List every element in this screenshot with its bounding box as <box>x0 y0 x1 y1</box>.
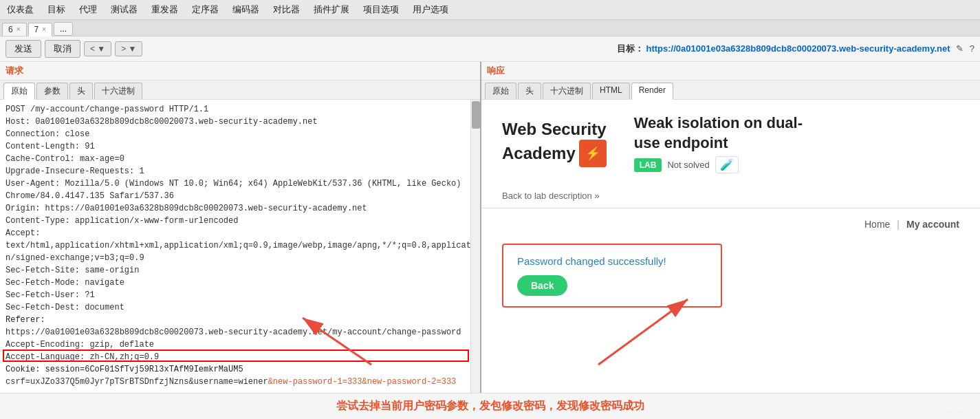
tab-6-close[interactable]: × <box>17 25 21 33</box>
menu-comparer[interactable]: 对比器 <box>266 1 307 18</box>
wsa-logo-text-line1: Web Security <box>502 120 607 140</box>
nav-home-link[interactable]: Home <box>864 219 890 230</box>
menu-dashboard[interactable]: 仪表盘 <box>0 1 41 18</box>
request-panel-header: 请求 <box>0 62 480 80</box>
request-tab-params[interactable]: 参数 <box>36 83 68 99</box>
tab-ellipsis[interactable]: ... <box>54 22 73 36</box>
response-content: Web Security Academy ⚡ Weak isolation on… <box>481 100 980 419</box>
response-panel-header: 响应 <box>481 62 980 80</box>
success-message: Password changed successfully! <box>517 255 707 267</box>
divider <box>481 208 980 208</box>
tab-bar: 6 × 7 × ... <box>0 20 980 36</box>
response-tab-html[interactable]: HTML <box>592 83 630 99</box>
flask-icon: 🧪 <box>715 156 739 173</box>
response-tab-headers[interactable]: 头 <box>518 83 541 99</box>
wsa-lab-title-line1: Weak isolation on dual- <box>634 114 959 133</box>
menu-sequencer[interactable]: 定序器 <box>185 1 226 18</box>
wsa-lab-info: Weak isolation on dual- use endpoint LAB… <box>620 114 959 173</box>
wsa-logo-text-line2: Academy <box>502 144 576 164</box>
main-split: 请求 原始 参数 头 十六进制 POST /my-account/change-… <box>0 62 980 419</box>
lab-badge: LAB <box>634 158 662 172</box>
tab-7-label: 7 <box>34 25 39 34</box>
tab-7-close[interactable]: × <box>42 25 46 33</box>
request-tab-raw[interactable]: 原始 <box>3 83 35 100</box>
request-scrollbar[interactable] <box>470 100 480 419</box>
menu-bar: 仪表盘 目标 代理 测试器 重发器 定序器 编码器 对比器 插件扩展 项目选项 … <box>0 0 980 20</box>
cancel-button[interactable]: 取消 <box>45 40 80 58</box>
wsa-logo-icon: ⚡ <box>579 140 607 167</box>
tab-6-label: 6 <box>8 25 13 34</box>
nav-right-button[interactable]: > ▼ <box>115 41 142 56</box>
menu-tester[interactable]: 测试器 <box>104 1 144 18</box>
back-to-lab[interactable]: Back to lab description » <box>481 187 980 204</box>
menu-target[interactable]: 目标 <box>41 1 72 18</box>
back-button[interactable]: Back <box>517 275 567 296</box>
request-content: POST /my-account/change-password HTTP/1.… <box>0 100 480 419</box>
response-tab-render[interactable]: Render <box>631 83 673 100</box>
wsa-header: Web Security Academy ⚡ Weak isolation on… <box>481 100 980 187</box>
menu-extensions[interactable]: 插件扩展 <box>307 1 356 18</box>
tab-6[interactable]: 6 × <box>2 23 27 36</box>
response-panel: 响应 原始 头 十六进制 HTML Render Web Security <box>481 62 980 419</box>
menu-project-options[interactable]: 项目选项 <box>356 1 406 18</box>
target-url: https://0a01001e03a6328b809dcb8c00020073… <box>646 43 950 54</box>
scrollbar-thumb <box>472 101 480 129</box>
menu-decoder[interactable]: 编码器 <box>226 1 266 18</box>
tab-7[interactable]: 7 × <box>28 23 53 36</box>
wsa-lab-status: LAB Not solved 🧪 <box>634 156 959 173</box>
menu-user-options[interactable]: 用户选项 <box>406 1 455 18</box>
annotation-text: 尝试去掉当前用户密码参数，发包修改密码，发现修改密码成功 <box>336 400 644 411</box>
response-tab-hex[interactable]: 十六进制 <box>543 83 591 99</box>
target-help-icon[interactable]: ? <box>970 43 974 54</box>
wsa-page: Web Security Academy ⚡ Weak isolation on… <box>481 100 980 419</box>
nav-my-account-link[interactable]: My account <box>906 219 959 230</box>
menu-repeater[interactable]: 重发器 <box>144 1 185 18</box>
target-label: 目标： <box>617 43 644 54</box>
request-text[interactable]: POST /my-account/change-password HTTP/1.… <box>0 100 480 419</box>
target-edit-icon[interactable]: ✎ <box>956 43 963 54</box>
send-button[interactable]: 发送 <box>6 40 41 58</box>
target-info: 目标： https://0a01001e03a6328b809dcb8c0002… <box>617 43 974 55</box>
request-tab-headers[interactable]: 头 <box>69 83 93 99</box>
response-tab-raw[interactable]: 原始 <box>485 83 516 99</box>
response-panel-tabs: 原始 头 十六进制 HTML Render <box>481 80 980 100</box>
not-solved-label: Not solved <box>667 160 709 170</box>
request-panel-tabs: 原始 参数 头 十六进制 <box>0 80 480 100</box>
menu-proxy[interactable]: 代理 <box>72 1 104 18</box>
annotation-bar: 尝试去掉当前用户密码参数，发包修改密码，发现修改密码成功 <box>0 393 980 419</box>
nav-separator: | <box>897 219 900 230</box>
request-tab-hex[interactable]: 十六进制 <box>94 83 142 99</box>
page-wrapper: 仪表盘 目标 代理 测试器 重发器 定序器 编码器 对比器 插件扩展 项目选项 … <box>0 0 980 419</box>
request-panel: 请求 原始 参数 头 十六进制 POST /my-account/change-… <box>0 62 481 419</box>
wsa-logo: Web Security Academy ⚡ <box>502 120 607 167</box>
nav-left-button[interactable]: < ▼ <box>84 41 111 56</box>
wsa-nav: Home | My account <box>481 212 980 237</box>
success-box: Password changed successfully! Back <box>502 244 722 308</box>
wsa-lab-title-line2: use endpoint <box>634 133 959 153</box>
toolbar: 发送 取消 < ▼ > ▼ 目标： https://0a01001e03a632… <box>0 36 980 62</box>
